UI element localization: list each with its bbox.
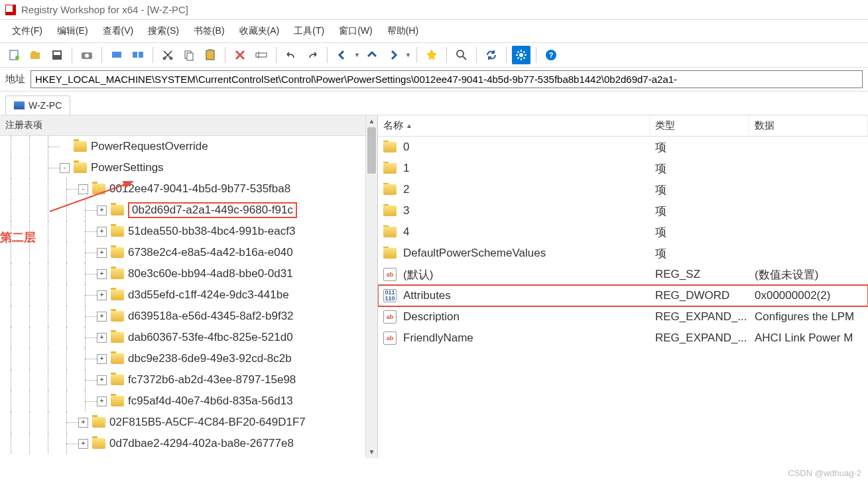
list-panel: 名称▲ 类型 数据 0项1项2项3项4项DefaultPowerSchemeVa… [378, 115, 868, 458]
tree-item[interactable]: +fc7372b6-ab2d-43ee-8797-15e98 [0, 369, 377, 391]
menu-edit[interactable]: 编辑(E) [50, 23, 95, 40]
expand-icon[interactable]: + [97, 354, 107, 364]
folder-icon [111, 205, 124, 215]
list-row[interactable]: 1项 [378, 158, 868, 179]
annotation-layer2: 第二层 [0, 229, 36, 245]
value-type: 项 [650, 225, 749, 240]
tree-item[interactable]: +51dea550-bb38-4bc4-991b-eacf3 [0, 221, 377, 242]
tree-item[interactable]: -0012ee47-9041-4b5d-9b77-535fba8 [0, 178, 377, 200]
expand-icon[interactable]: + [97, 333, 107, 343]
redo-icon[interactable] [303, 46, 322, 64]
col-name-header[interactable]: 名称▲ [378, 115, 650, 136]
expand-icon[interactable]: + [97, 269, 107, 279]
sort-asc-icon: ▲ [406, 122, 412, 129]
expand-icon[interactable]: + [78, 418, 88, 428]
expand-icon[interactable]: + [97, 375, 107, 385]
tree-item[interactable]: +80e3c60e-bb94-4ad8-bbe0-0d31 [0, 263, 377, 284]
expand-icon[interactable]: + [97, 396, 107, 406]
col-type-header[interactable]: 类型 [650, 115, 749, 136]
tree-item[interactable]: +dab60367-53fe-4fbc-825e-521d0 [0, 327, 377, 348]
disconnect-icon[interactable] [129, 46, 147, 64]
tree-item[interactable]: +fc95af4d-40e7-4b6d-835a-56d13 [0, 391, 377, 412]
folder-icon [111, 247, 124, 258]
expand-icon[interactable]: + [97, 248, 107, 258]
list-row[interactable]: 2项 [378, 179, 868, 200]
menu-view[interactable]: 查看(V) [96, 23, 141, 40]
value-name: DefaultPowerSchemeValues [403, 247, 546, 260]
expand-icon[interactable]: + [97, 206, 107, 215]
svg-text:?: ? [548, 51, 553, 59]
svg-rect-7 [133, 52, 137, 58]
settings-icon[interactable] [512, 46, 530, 64]
list-row[interactable]: ab(默认)REG_SZ(数值未设置) [378, 264, 868, 285]
menu-bookmarks[interactable]: 书签(B) [187, 23, 231, 40]
tree-item[interactable]: +0d7dbae2-4294-402a-ba8e-26777e8 [0, 433, 377, 454]
tree-item[interactable]: +d3d55efd-c1ff-424e-9dc3-441be [0, 284, 377, 306]
value-name: (默认) [403, 267, 433, 282]
scroll-down-icon[interactable]: ▼ [366, 446, 377, 458]
tree-item[interactable]: +d639518a-e56d-4345-8af2-b9f32 [0, 306, 377, 327]
paste-icon[interactable] [201, 46, 219, 64]
tree[interactable]: PowerRequestOverride-PowerSettings-0012e… [0, 136, 377, 458]
expand-icon[interactable]: + [97, 290, 107, 300]
tree-item[interactable]: +6738e2c4-e8a5-4a42-b16a-e040 [0, 242, 377, 263]
expand-icon[interactable]: + [97, 312, 107, 322]
scroll-thumb[interactable] [367, 127, 376, 174]
tree-item[interactable]: +02F815B5-A5CF-4C84-BF20-649D1F7 [0, 412, 377, 433]
list-body[interactable]: 0项1项2项3项4项DefaultPowerSchemeValues项ab(默认… [378, 137, 868, 458]
copy-icon[interactable] [180, 46, 198, 64]
expand-icon[interactable]: + [97, 227, 107, 237]
search-icon[interactable] [452, 46, 471, 64]
undo-icon[interactable] [282, 46, 300, 64]
tree-item[interactable]: -PowerSettings [0, 157, 377, 178]
save-icon[interactable] [48, 46, 66, 64]
value-name: 2 [403, 183, 409, 196]
refresh-icon[interactable] [482, 46, 501, 64]
list-row[interactable]: 4项 [378, 221, 868, 243]
tree-label: 0d7dbae2-4294-402a-ba8e-26777e8 [109, 437, 294, 450]
list-row[interactable]: abDescriptionREG_EXPAND_...Configures th… [378, 306, 868, 328]
menubar: 文件(F) 编辑(E) 查看(V) 搜索(S) 书签(B) 收藏夹(A) 工具(… [0, 20, 868, 43]
rename-icon[interactable] [252, 46, 271, 64]
back-icon[interactable] [333, 46, 351, 64]
value-name: FriendlyName [403, 331, 473, 345]
collapse-icon[interactable]: - [60, 163, 70, 173]
open-icon[interactable] [27, 46, 45, 64]
menu-search[interactable]: 搜索(S) [141, 23, 186, 40]
col-data-header[interactable]: 数据 [749, 115, 868, 136]
expand-icon[interactable]: + [78, 439, 88, 449]
up-icon[interactable] [363, 46, 381, 64]
list-row[interactable]: 0项 [378, 137, 868, 158]
folder-icon [111, 290, 124, 300]
menu-favorites[interactable]: 收藏夹(A) [233, 23, 286, 40]
delete-icon[interactable] [231, 46, 249, 64]
bookmark-icon[interactable] [422, 46, 441, 64]
forward-icon[interactable] [384, 46, 403, 64]
list-row[interactable]: abFriendlyNameREG_EXPAND_...AHCI Link Po… [378, 328, 868, 349]
tab-wzpc[interactable]: W-Z-PC [5, 95, 70, 115]
tree-item[interactable]: PowerRequestOverride [0, 136, 377, 157]
tree-item[interactable]: +0b2d69d7-a2a1-449c-9680-f91c [0, 200, 377, 221]
snapshot-icon[interactable] [78, 46, 96, 64]
list-row[interactable]: 011 110AttributesREG_DWORD0x00000002(2) [378, 285, 868, 306]
scrollbar[interactable]: ▲ ▼ [365, 115, 377, 458]
menu-help[interactable]: 帮助(H) [381, 23, 425, 40]
scroll-up-icon[interactable]: ▲ [366, 115, 377, 127]
list-row[interactable]: 3项 [378, 200, 868, 221]
menu-file[interactable]: 文件(F) [5, 23, 49, 40]
collapse-icon[interactable]: - [78, 184, 88, 194]
menu-window[interactable]: 窗口(W) [332, 23, 379, 40]
tree-label: PowerSettings [91, 161, 164, 174]
menu-tools[interactable]: 工具(T) [287, 23, 331, 40]
value-type: 项 [650, 246, 749, 261]
new-icon[interactable] [5, 46, 24, 64]
folder-icon [383, 142, 397, 152]
address-input[interactable] [31, 70, 863, 88]
tree-item[interactable]: +dbc9e238-6de9-49e3-92cd-8c2b [0, 348, 377, 369]
help-icon[interactable]: ? [542, 46, 560, 64]
folder-icon [383, 227, 397, 237]
list-row[interactable]: DefaultPowerSchemeValues项 [378, 243, 868, 264]
addressbar: 地址 [0, 68, 868, 91]
cut-icon[interactable] [158, 46, 177, 64]
connect-icon[interactable] [107, 46, 126, 64]
